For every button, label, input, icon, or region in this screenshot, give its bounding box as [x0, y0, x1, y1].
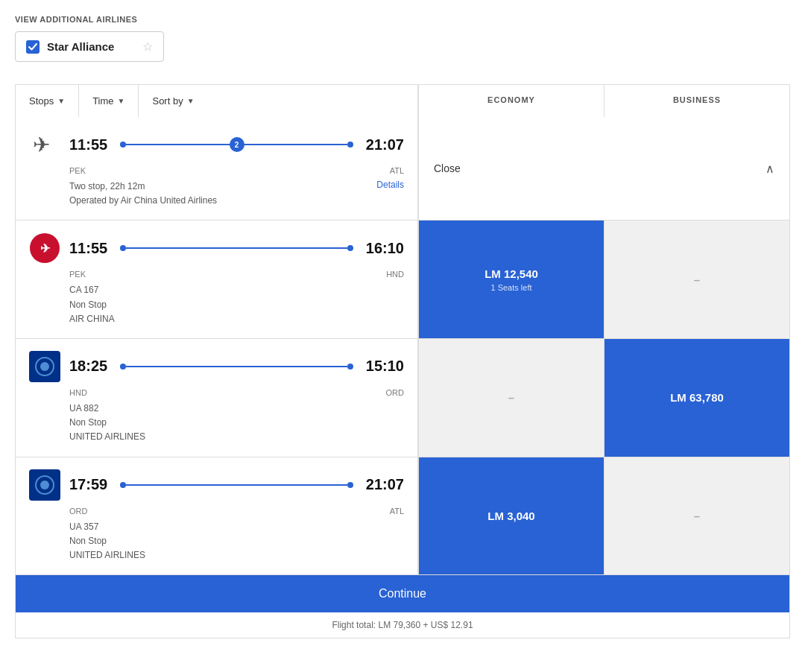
flight-top-2: ✈ 11:55 16:10	[29, 232, 404, 264]
airport-row-2: PEK HND	[29, 270, 404, 279]
dot-left-4	[120, 482, 126, 488]
star-icon: ☆	[142, 39, 153, 54]
dot-right-1	[347, 142, 353, 148]
continue-area: Continue Flight total: LM 79,360 + US$ 1…	[15, 575, 790, 638]
economy-seats-2: 1 Seats left	[490, 283, 531, 292]
business-price-value-2: –	[694, 273, 700, 286]
flight-top-1: ✈ 11:55 2 21:07	[29, 129, 404, 160]
flight-total: Flight total: LM 79,360 + US$ 12.91	[16, 612, 789, 638]
arrive-time-1: 21:07	[359, 136, 404, 153]
meta-flight-num-4: UA 357	[69, 520, 145, 534]
meta-flight-num-3: UA 882	[69, 402, 145, 416]
chevron-up-icon[interactable]: ∧	[765, 162, 774, 176]
flight-meta-2: CA 167 Non Stop AIR CHINA	[69, 283, 115, 326]
close-label[interactable]: Close	[434, 162, 461, 174]
meta-airline-3: UNITED AIRLINES	[69, 430, 145, 444]
flight-times-1: 11:55 2 21:07	[69, 136, 404, 153]
route-line-1: 2	[114, 142, 359, 148]
svg-text:✈: ✈	[40, 242, 51, 255]
stop-badge-1: 2	[230, 137, 244, 152]
flight-meta-3: UA 882 Non Stop UNITED AIRLINES	[69, 402, 145, 445]
line-track-3	[126, 366, 347, 367]
economy-price-2[interactable]: LM 12,540 1 Seats left	[418, 221, 604, 338]
flight-meta-1: Two stop, 22h 12m Operated by Air China …	[69, 180, 217, 208]
arrive-airport-2: HND	[386, 270, 404, 279]
depart-time-1: 11:55	[69, 136, 114, 153]
depart-time-4: 17:59	[69, 476, 114, 493]
flight-info-3: 18:25 15:10 HND ORD UA 88	[16, 339, 418, 457]
filter-buttons-area: Stops ▼ Time ▼ Sort by ▼	[16, 85, 418, 117]
airline-logo-2: ✈	[29, 232, 60, 264]
meta-stops-1: Two stop, 22h 12m	[69, 180, 217, 194]
flight-row-1: ✈ 11:55 2 21:07	[16, 117, 789, 221]
airline-logo-1: ✈	[29, 129, 60, 160]
airline-logo-3	[29, 351, 60, 382]
dot-right-3	[347, 364, 353, 370]
business-price-3[interactable]: LM 63,780	[604, 339, 789, 457]
business-column-header: BUSINESS	[604, 85, 789, 117]
meta-operator-1: Operated by Air China United Airlines	[69, 194, 217, 208]
flight-top-4: 17:59 21:07	[29, 469, 404, 501]
business-price-2[interactable]: –	[604, 221, 789, 338]
alliance-checkbox-box[interactable]: Star Alliance ☆	[15, 31, 164, 62]
close-panel: Close ∧	[418, 117, 789, 220]
airport-row-1: PEK ATL	[29, 166, 404, 175]
flight-top-3: 18:25 15:10	[29, 351, 404, 382]
dot-right-4	[347, 482, 353, 488]
line-track-2	[126, 247, 347, 249]
arrive-time-3: 15:10	[359, 358, 404, 375]
view-additional-label: VIEW ADDITIONAL AIRLINES	[15, 15, 790, 24]
sortby-chevron-icon: ▼	[187, 97, 195, 105]
time-chevron-icon: ▼	[118, 97, 125, 105]
dot-right-2	[347, 245, 353, 251]
business-price-value-4: –	[694, 510, 700, 522]
dot-left-1	[120, 142, 126, 148]
economy-price-4[interactable]: LM 3,040	[418, 457, 604, 575]
column-headers: ECONOMY BUSINESS	[418, 85, 789, 117]
continue-button[interactable]: Continue	[16, 575, 789, 612]
economy-price-value-4: LM 3,040	[487, 510, 534, 522]
meta-flight-num-2: CA 167	[69, 283, 115, 297]
flight-details-2: CA 167 Non Stop AIR CHINA	[29, 279, 404, 326]
route-line-4	[114, 482, 359, 488]
alliance-checkbox[interactable]	[26, 40, 40, 54]
flight-table: ✈ 11:55 2 21:07	[15, 117, 790, 575]
airline-logo-4	[29, 469, 60, 501]
svg-point-5	[40, 362, 49, 371]
arrive-airport-3: ORD	[386, 388, 404, 397]
economy-price-value-3: –	[508, 391, 514, 404]
flight-info-4: 17:59 21:07 ORD ATL UA 35	[16, 457, 418, 575]
flight-info-1: ✈ 11:55 2 21:07	[16, 117, 418, 220]
dot-left-2	[120, 245, 126, 251]
business-price-4[interactable]: –	[604, 457, 789, 575]
meta-stops-2: Non Stop	[69, 298, 115, 312]
depart-airport-2: PEK	[69, 270, 86, 279]
flight-meta-4: UA 357 Non Stop UNITED AIRLINES	[69, 520, 145, 563]
depart-airport-4: ORD	[69, 507, 87, 516]
economy-price-value-2: LM 12,540	[484, 267, 538, 280]
flight-info-2: ✈ 11:55 16:10 PEK H	[16, 221, 418, 338]
economy-price-3[interactable]: –	[418, 339, 604, 457]
depart-time-2: 11:55	[69, 240, 114, 257]
time-filter-button[interactable]: Time ▼	[79, 85, 139, 117]
stops-filter-button[interactable]: Stops ▼	[16, 85, 79, 117]
airport-row-4: ORD ATL	[29, 507, 404, 516]
stops-chevron-icon: ▼	[57, 97, 65, 105]
stops-label: Stops	[29, 95, 54, 107]
line-track-1: 2	[126, 144, 347, 145]
dot-left-3	[120, 364, 126, 370]
meta-airline-4: UNITED AIRLINES	[69, 548, 145, 562]
arrive-airport-1: ATL	[390, 166, 404, 175]
route-line-3	[114, 364, 359, 370]
arrive-time-2: 16:10	[359, 240, 404, 257]
meta-airline-2: AIR CHINA	[69, 312, 115, 326]
flight-details-1: Two stop, 22h 12m Operated by Air China …	[29, 175, 404, 208]
airport-row-3: HND ORD	[29, 388, 404, 397]
sortby-filter-button[interactable]: Sort by ▼	[139, 85, 207, 117]
filter-header-row: Stops ▼ Time ▼ Sort by ▼ ECONOMY BUSINES…	[15, 84, 790, 117]
flight-row-3: 18:25 15:10 HND ORD UA 88	[16, 339, 789, 457]
route-line-2	[114, 245, 359, 251]
time-label: Time	[92, 95, 113, 107]
details-link-1[interactable]: Details	[376, 180, 404, 190]
sortby-label: Sort by	[152, 95, 183, 107]
